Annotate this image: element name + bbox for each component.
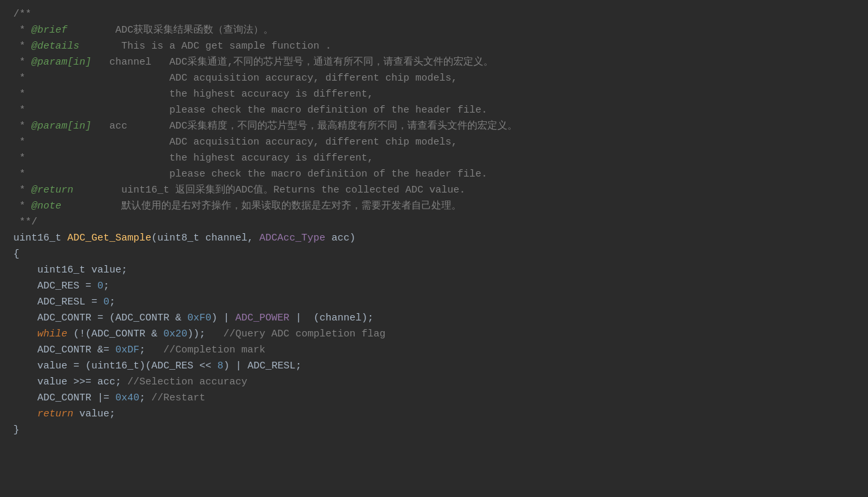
code-line-8: * @param[in] acc ADC采集精度，不同的芯片型号，最高精度有所不… xyxy=(13,119,855,135)
code-line-23: value = (uint16_t)(ADC_RES << 8) | ADC_R… xyxy=(13,358,855,374)
code-line-7: * please check the macro definition of t… xyxy=(13,103,855,119)
code-line-9: * ADC acquisition accuracy, different ch… xyxy=(13,135,855,151)
code-line-13: * @note 默认使用的是右对齐操作，如果读取的数据是左对齐，需要开发者自己处… xyxy=(13,199,855,215)
code-line-12: * @return uint16_t 返回采集到的ADC值。Returns th… xyxy=(13,183,855,199)
code-line-22: ADC_CONTR &= 0xDF; //Completion mark xyxy=(13,342,855,358)
code-line-2: * @brief ADC获取采集结果函数（查询法）。 xyxy=(13,23,855,39)
code-line-10: * the highest accuracy is different, xyxy=(13,151,855,167)
code-line-6: * the highest accuracy is different, xyxy=(13,87,855,103)
code-line-18: ADC_RES = 0; xyxy=(13,278,855,294)
code-line-1: /** xyxy=(13,7,855,23)
code-line-15: uint16_t ADC_Get_Sample(uint8_t channel,… xyxy=(13,231,855,247)
code-line-24: value >>= acc; //Selection accuracy xyxy=(13,374,855,390)
code-line-20: ADC_CONTR = (ADC_CONTR & 0xF0) | ADC_POW… xyxy=(13,310,855,326)
code-line-16: { xyxy=(13,247,855,262)
code-line-21: while (!(ADC_CONTR & 0x20)); //Query ADC… xyxy=(13,326,855,342)
code-line-27: } xyxy=(13,422,855,438)
code-line-17: uint16_t value; xyxy=(13,262,855,278)
code-line-4: * @param[in] channel ADC采集通道,不同的芯片型号，通道有… xyxy=(13,55,855,71)
code-line-5: * ADC acquisition accuracy, different ch… xyxy=(13,71,855,87)
code-line-11: * please check the macro definition of t… xyxy=(13,167,855,183)
code-line-25: ADC_CONTR |= 0x40; //Restart xyxy=(13,390,855,406)
code-editor: /** * @brief ADC获取采集结果函数（查询法）。 * @detail… xyxy=(0,0,868,497)
code-line-26: return value; xyxy=(13,406,855,422)
code-line-3: * @details This is a ADC get sample func… xyxy=(13,39,855,55)
code-line-19: ADC_RESL = 0; xyxy=(13,294,855,310)
code-line-14: **/ xyxy=(13,215,855,231)
